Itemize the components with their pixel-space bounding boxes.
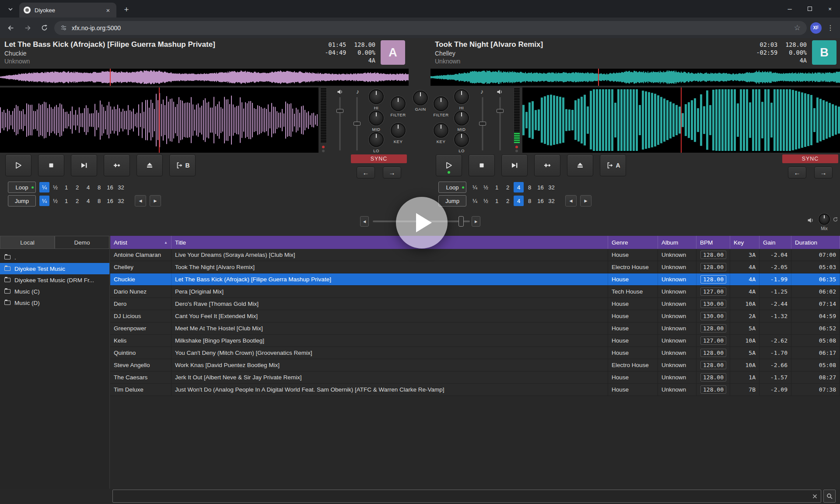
sync-button[interactable]: SYNC	[351, 154, 407, 163]
loop-fraction-16[interactable]: 16	[536, 182, 546, 192]
window-close-button[interactable]: ×	[820, 0, 840, 18]
nudge-forward-button[interactable]: →	[383, 167, 401, 178]
clear-search-icon[interactable]	[808, 490, 821, 502]
key-knob[interactable]	[391, 123, 406, 138]
loop-fraction-16[interactable]: 16	[105, 182, 115, 192]
column-header-album[interactable]: Album	[658, 236, 696, 249]
jump-fraction-1[interactable]: 1	[61, 196, 71, 206]
eq-mid-knob[interactable]	[454, 111, 469, 126]
folder-item[interactable]: Diyokee Test Music	[0, 263, 109, 274]
jump-forward-button[interactable]: ▶	[580, 195, 592, 206]
new-tab-button[interactable]: +	[121, 4, 132, 15]
gain-knob[interactable]	[413, 91, 428, 105]
jump-fraction-1[interactable]: 1	[492, 196, 502, 206]
track-row[interactable]: KelisMilkshake [Bingo Players Bootleg]Ho…	[110, 335, 840, 347]
pitch-fader[interactable]	[354, 97, 360, 150]
folder-item[interactable]: Music (D)	[0, 297, 109, 308]
jump-back-button[interactable]: ◀	[565, 195, 577, 206]
mix-knob[interactable]	[819, 214, 830, 225]
window-minimize-button[interactable]: ─	[780, 0, 800, 18]
nudge-forward-button[interactable]: →	[814, 167, 833, 178]
loop-fraction-8[interactable]: 8	[94, 182, 104, 192]
volume-fader[interactable]	[336, 97, 343, 150]
track-row[interactable]: Antoine ClamaranLive Your Dreams (Soraya…	[110, 249, 840, 261]
overview-waveform[interactable]	[0, 69, 409, 86]
track-row[interactable]: Dario NunezPera [Original Mix]Tech House…	[110, 286, 840, 298]
loop-fraction-1[interactable]: 1	[492, 182, 502, 192]
pitch-fader[interactable]	[479, 97, 486, 150]
eq-mid-knob[interactable]	[369, 111, 384, 126]
loop-fraction-½[interactable]: ½	[50, 182, 60, 192]
video-play-overlay-button[interactable]	[396, 197, 448, 248]
clone-to-deck-button[interactable]: B	[169, 154, 196, 176]
jump-back-button[interactable]: ◀	[135, 195, 146, 206]
loop-fraction-½[interactable]: ½	[481, 182, 491, 192]
eq-lo-knob[interactable]	[369, 132, 384, 147]
jump-fraction-8[interactable]: 8	[525, 196, 535, 206]
crossfader-right-button[interactable]: ▶	[472, 216, 480, 227]
track-row[interactable]: Steve AngelloWork Knas [David Puentez Bo…	[110, 359, 840, 371]
reload-button[interactable]	[38, 21, 51, 35]
stop-button[interactable]	[469, 154, 495, 176]
tab-demo[interactable]: Demo	[55, 236, 109, 249]
loop-fraction-¼[interactable]: ¼	[470, 182, 480, 192]
jump-fraction-32[interactable]: 32	[546, 196, 556, 206]
master-volume-icon[interactable]	[807, 217, 814, 225]
column-header-artist[interactable]: Artist▲	[110, 236, 172, 249]
volume-icon[interactable]	[497, 89, 503, 97]
nudge-back-button[interactable]: ←	[788, 167, 806, 178]
jump-fraction-¼[interactable]: ¼	[470, 196, 480, 206]
tab-search-button[interactable]	[5, 4, 16, 14]
track-row[interactable]: QuintinoYou Can't Deny (Mitch Crown) [Gr…	[110, 347, 840, 359]
filter-knob[interactable]	[434, 96, 448, 111]
stop-button[interactable]	[38, 154, 64, 176]
track-row[interactable]: DJ LiciousCant You Feel It [Extended Mix…	[110, 310, 840, 322]
loop-fraction-32[interactable]: 32	[116, 182, 126, 192]
jump-fraction-32[interactable]: 32	[116, 196, 126, 206]
search-input[interactable]	[113, 490, 808, 502]
crossfader-left-button[interactable]: ◀	[360, 216, 369, 227]
column-header-duration[interactable]: Duration	[791, 236, 840, 249]
track-row[interactable]: ChuckieLet The Bass Kick (Afrojack) [Fil…	[110, 273, 840, 286]
hotcue-add-button[interactable]	[534, 154, 560, 176]
volume-fader[interactable]	[497, 97, 504, 150]
jump-fraction-16[interactable]: 16	[536, 196, 546, 206]
jump-button[interactable]: Jump	[8, 195, 36, 206]
fader-handle[interactable]	[497, 109, 504, 113]
column-header-title[interactable]: Title	[172, 236, 608, 249]
eq-hi-knob[interactable]	[369, 89, 384, 104]
nudge-back-button[interactable]: ←	[357, 167, 375, 178]
fader-handle[interactable]	[336, 109, 343, 113]
tab-local[interactable]: Local	[0, 236, 55, 249]
folder-item[interactable]: Music (C)	[0, 286, 109, 297]
loop-fraction-32[interactable]: 32	[546, 182, 556, 192]
loop-fraction-2[interactable]: 2	[72, 182, 82, 192]
loop-fraction-4[interactable]: 4	[83, 182, 93, 192]
jump-forward-button[interactable]: ▶	[150, 195, 161, 206]
detail-waveform[interactable]	[0, 88, 318, 153]
clone-to-deck-button[interactable]: A	[600, 154, 626, 176]
column-header-genre[interactable]: Genre	[608, 236, 658, 249]
overview-waveform[interactable]	[430, 69, 840, 86]
jump-fraction-½[interactable]: ½	[50, 196, 60, 206]
address-bar[interactable]: xfx.no-ip.org:5000 ☆	[54, 21, 807, 35]
loop-fraction-8[interactable]: 8	[525, 182, 535, 192]
bookmark-star-icon[interactable]: ☆	[794, 23, 801, 32]
jump-fraction-4[interactable]: 4	[514, 196, 524, 206]
column-header-bpm[interactable]: BPM	[696, 236, 730, 249]
eq-hi-knob[interactable]	[454, 89, 469, 104]
jump-button[interactable]: Jump	[438, 195, 466, 206]
jump-fraction-¼[interactable]: ¼	[39, 196, 49, 206]
jump-fraction-8[interactable]: 8	[94, 196, 104, 206]
folder-item[interactable]: .	[0, 252, 109, 263]
play-button[interactable]	[436, 154, 462, 176]
loop-button[interactable]: Loop	[8, 182, 36, 193]
filter-knob[interactable]	[391, 96, 406, 111]
track-row[interactable]: The CaesarsJerk It Out [Albert Neve & Si…	[110, 371, 840, 384]
back-button[interactable]	[4, 21, 18, 35]
key-knob[interactable]	[434, 123, 448, 138]
forward-button[interactable]	[21, 21, 34, 35]
loop-fraction-¼[interactable]: ¼	[39, 182, 49, 192]
column-header-key[interactable]: Key	[730, 236, 760, 249]
track-row[interactable]: Tim DeluxeJust Won't Do (Analog People I…	[110, 384, 840, 396]
